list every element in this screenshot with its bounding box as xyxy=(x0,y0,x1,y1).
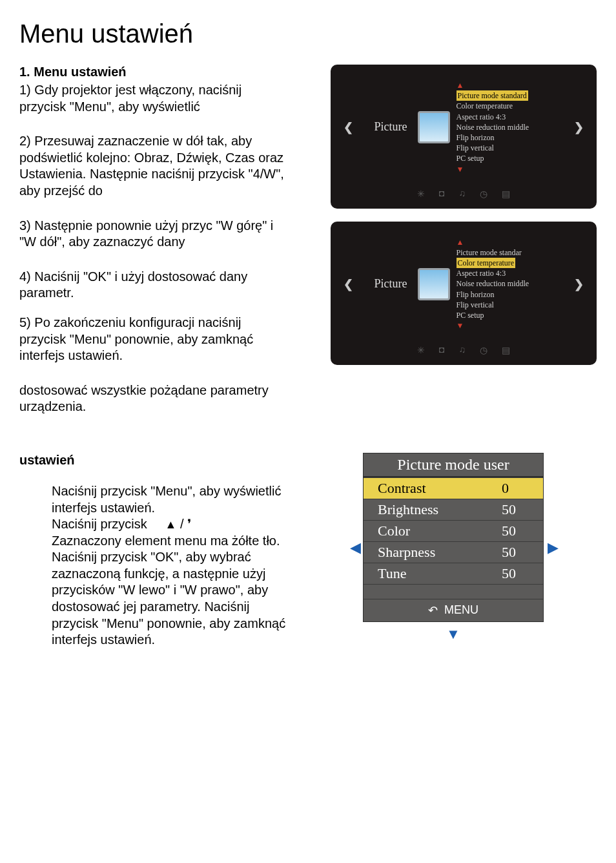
pm-row-sharpness: Sharpness 50 xyxy=(364,541,543,563)
osd1-right-arrow-icon: ❯ xyxy=(571,120,586,134)
osd1-item-3: Noise reduction middle xyxy=(457,122,553,132)
osd2-item-list: ▲ Picture mode standar Color temperature… xyxy=(457,237,553,331)
osd-card-2: ❮ Picture ▲ Picture mode standar Color t… xyxy=(331,222,597,366)
tick-glyph-icon: ❜ xyxy=(187,517,191,531)
note-icon: ♫ xyxy=(458,345,466,356)
pm-left-arrow-icon: ◀ xyxy=(350,539,359,556)
osd2-thumbnail-icon xyxy=(418,268,450,300)
pm-label-brightness: Brightness xyxy=(364,501,502,518)
speaker-icon: ◘ xyxy=(439,345,444,356)
step-3: 3) Następnie ponownie użyj przyc "W górę… xyxy=(19,218,291,251)
osd2-item-4: Flip horizon xyxy=(457,289,553,300)
pm-row-contrast: Contrast 0 xyxy=(364,477,543,499)
osd2-body: ❮ Picture ▲ Picture mode standar Color t… xyxy=(341,237,586,331)
osd1-section-label: Picture xyxy=(375,120,407,134)
osd2-item-1: Color temperature xyxy=(457,258,516,268)
osd1-left-arrow-icon: ❮ xyxy=(341,120,356,134)
gear-icon: ✳ xyxy=(417,345,425,356)
pm-label-color: Color xyxy=(364,523,502,539)
instr-line-2: Naciśnij przycisk ▲ / ❜ xyxy=(52,516,297,533)
pm-title: Picture mode user xyxy=(363,453,544,477)
osd-card-1: ❮ Picture ▲ Picture mode standard Color … xyxy=(331,65,597,209)
osd2-footer-icons: ✳ ◘ ♫ ◷ ▤ xyxy=(341,345,586,356)
pm-label-contrast: Contrast xyxy=(364,480,502,497)
page-root: Menu ustawień 1. Menu ustawień 1) Gdy pr… xyxy=(0,0,616,674)
pm-down-arrow-icon: ▼ xyxy=(363,626,544,643)
pm-outer: Picture mode user Contrast 0 Brightness … xyxy=(363,453,544,643)
pm-value-contrast: 0 xyxy=(502,480,543,497)
osd2-item-6: PC setup xyxy=(457,310,553,320)
note-icon: ♫ xyxy=(458,189,466,200)
osd2-left-arrow-icon: ❮ xyxy=(341,277,356,291)
pm-table: Contrast 0 Brightness 50 Color 50 Shar xyxy=(363,477,544,622)
clock-icon: ◷ xyxy=(480,345,488,356)
osd1-thumbnail-icon xyxy=(418,111,450,143)
lower-right-col: ◀ Picture mode user Contrast 0 Brightnes… xyxy=(310,453,597,643)
osd1-up-arrow-icon: ▲ xyxy=(457,80,553,90)
speaker-icon: ◘ xyxy=(439,189,444,200)
section-2-heading: ustawień xyxy=(19,453,297,468)
pm-value-tune: 50 xyxy=(502,565,543,582)
pm-row-tune: Tune 50 xyxy=(364,563,543,584)
pm-row-color: Color 50 xyxy=(364,520,543,541)
upper-columns: 1. Menu ustawień 1) Gdy projektor jest w… xyxy=(19,65,597,433)
lower-instructions: Naciśnij przycisk "Menu", aby wyświetlić… xyxy=(19,483,297,649)
pm-menu-label: MENU xyxy=(444,603,478,617)
page-title: Menu ustawień xyxy=(19,19,597,48)
triangle-up-icon: ▲ xyxy=(165,517,177,532)
osd1-item-1: Color temperature xyxy=(457,101,553,111)
lower-left-col: ustawień Naciśnij przycisk "Menu", aby w… xyxy=(19,453,297,649)
picture-mode-panel: ◀ Picture mode user Contrast 0 Brightnes… xyxy=(350,453,557,643)
osd-screenshots-column: ❮ Picture ▲ Picture mode standard Color … xyxy=(310,65,597,365)
osd2-item-2: Aspect ratio 4:3 xyxy=(457,268,553,278)
pm-label-tune: Tune xyxy=(364,565,502,582)
return-icon xyxy=(428,603,440,618)
osd2-item-3: Noise reduction middle xyxy=(457,278,553,289)
osd2-center: Picture ▲ Picture mode standar Color tem… xyxy=(375,237,553,331)
osd1-item-2: Aspect ratio 4:3 xyxy=(457,112,553,122)
osd1-item-list: ▲ Picture mode standard Color temperatur… xyxy=(457,80,553,174)
step-1: 1) Gdy projektor jest włączony, naciśnij… xyxy=(19,82,291,115)
step-4: 4) Naciśnij "OK" i użyj dostosować dany … xyxy=(19,269,291,302)
instr-line-2-text: Naciśnij przycisk xyxy=(52,517,147,531)
osd1-item-6: PC setup xyxy=(457,153,553,163)
osd2-item-5: Flip vertical xyxy=(457,300,553,310)
step-6: dostosować wszystkie pożądane parametry … xyxy=(19,382,291,415)
osd1-center: Picture ▲ Picture mode standard Color te… xyxy=(375,80,553,174)
osd2-item-0: Picture mode standar xyxy=(457,247,553,258)
pm-spacer xyxy=(364,584,543,599)
pm-label-sharpness: Sharpness xyxy=(364,544,502,561)
clock-icon: ◷ xyxy=(480,189,488,200)
pm-value-color: 50 xyxy=(502,523,543,539)
grid-icon: ▤ xyxy=(502,189,510,200)
pm-right-arrow-icon: ▶ xyxy=(548,539,557,556)
osd1-body: ❮ Picture ▲ Picture mode standard Color … xyxy=(341,80,586,174)
step-5: 5) Po zakończeniu konfiguracji naciśnij … xyxy=(19,315,291,364)
section-1-heading: 1. Menu ustawień xyxy=(19,65,297,79)
osd1-item-0: Picture mode standard xyxy=(457,90,528,101)
grid-icon: ▤ xyxy=(502,345,510,356)
pm-menu-bar: MENU xyxy=(364,599,543,621)
osd2-down-arrow-icon: ▼ xyxy=(457,320,553,331)
slash-glyph: / xyxy=(176,517,187,531)
instr-line-3: Zaznaczony element menu ma żółte tło. xyxy=(52,533,297,550)
osd1-down-arrow-icon: ▼ xyxy=(457,164,553,174)
instructions-column: 1. Menu ustawień 1) Gdy projektor jest w… xyxy=(19,65,297,433)
osd2-up-arrow-icon: ▲ xyxy=(457,237,553,247)
osd2-section-label: Picture xyxy=(375,277,407,291)
step-2: 2) Przesuwaj zaznaczenie w dół tak, aby … xyxy=(19,133,291,199)
osd1-item-4: Flip horizon xyxy=(457,132,553,143)
gear-icon: ✳ xyxy=(417,189,425,200)
osd2-right-arrow-icon: ❯ xyxy=(571,277,586,291)
instr-line-4: Naciśnij przycisk "OK", aby wybrać zazna… xyxy=(52,549,297,649)
pm-value-sharpness: 50 xyxy=(502,544,543,561)
osd1-item-5: Flip vertical xyxy=(457,143,553,153)
pm-row-brightness: Brightness 50 xyxy=(364,499,543,520)
pm-value-brightness: 50 xyxy=(502,501,543,518)
lower-columns: ustawień Naciśnij przycisk "Menu", aby w… xyxy=(19,453,597,649)
instr-line-1: Naciśnij przycisk "Menu", aby wyświetlić… xyxy=(52,483,297,516)
osd1-footer-icons: ✳ ◘ ♫ ◷ ▤ xyxy=(341,189,586,200)
